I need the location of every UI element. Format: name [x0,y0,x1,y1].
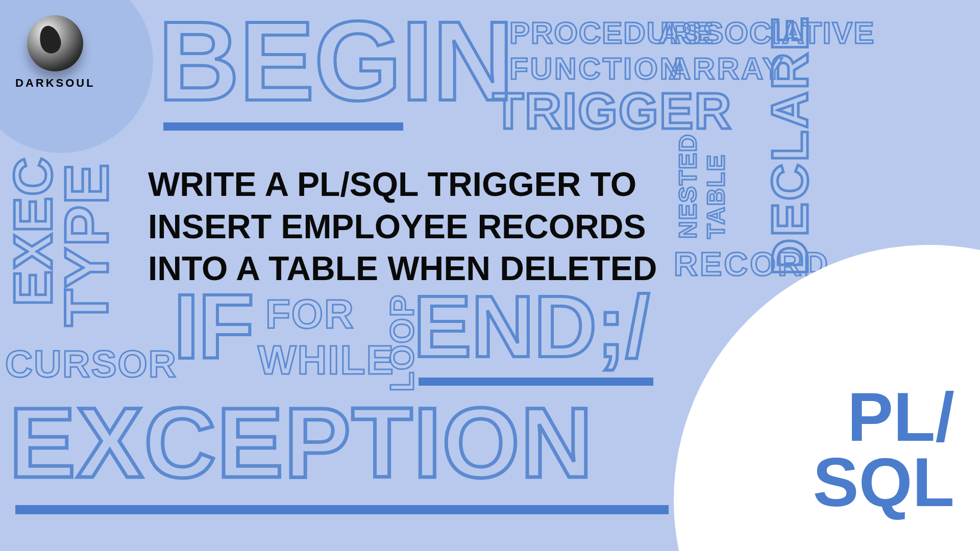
keyword-end: END;/ [413,283,650,370]
keyword-trigger: TRIGGER [493,82,732,140]
keyword-for: FOR [265,291,355,338]
keyword-function: FUNCTION [509,51,684,86]
keyword-begin: BEGIN [158,5,514,117]
logo-sphere-icon [27,15,83,71]
keyword-cursor: CURSOR [5,342,177,386]
keyword-if: IF [174,281,253,372]
plsql-line1: PL/ [813,385,954,450]
plsql-badge: PL/ SQL [813,385,954,516]
plsql-line2: SQL [813,450,954,515]
brand-logo: DARKSOUL [15,15,95,90]
keyword-type: TYPE [51,163,121,327]
logo-text: DARKSOUL [15,77,95,90]
keyword-while: WHILE [258,337,395,384]
keyword-declare: DECLARE [761,15,819,276]
keyword-exception: EXCEPTION [9,393,594,492]
begin-underline [163,122,403,131]
keyword-nested: NESTED [674,133,702,239]
end-underline [419,378,653,386]
exception-underline [15,505,669,514]
main-title: WRITE A PL/SQL TRIGGER TO INSERT EMPLOYE… [148,163,664,290]
keyword-table: TABLE [702,154,730,239]
